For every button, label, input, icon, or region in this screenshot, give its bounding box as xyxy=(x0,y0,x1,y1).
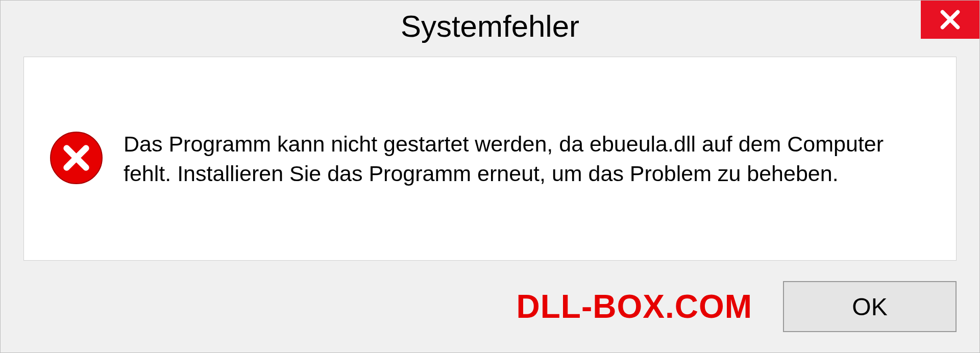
error-message: Das Programm kann nicht gestartet werden… xyxy=(124,129,930,188)
dialog-title: Systemfehler xyxy=(401,9,579,44)
titlebar: Systemfehler xyxy=(1,1,979,52)
content-area: Das Programm kann nicht gestartet werden… xyxy=(23,57,957,261)
error-dialog: Systemfehler Das Programm kann nicht ges… xyxy=(0,0,980,353)
watermark-text: DLL-BOX.COM xyxy=(517,288,753,325)
ok-button[interactable]: OK xyxy=(783,281,957,332)
close-icon xyxy=(939,8,962,31)
error-icon xyxy=(50,131,103,187)
close-button[interactable] xyxy=(921,1,979,39)
dialog-footer: DLL-BOX.COM OK xyxy=(1,271,979,352)
